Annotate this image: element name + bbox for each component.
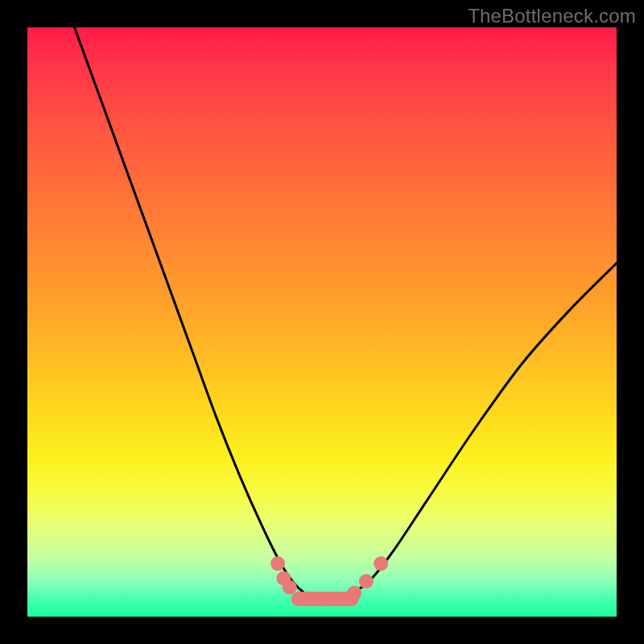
highlight-dot bbox=[303, 592, 317, 606]
chart-plot-area bbox=[27, 27, 617, 617]
highlight-dot bbox=[374, 556, 388, 571]
highlight-dot bbox=[270, 556, 285, 571]
highlight-dot bbox=[283, 580, 297, 594]
watermark-text: TheBottleneck.com bbox=[468, 5, 636, 27]
highlight-dot bbox=[347, 586, 361, 601]
chart-frame: TheBottleneck.com bbox=[0, 0, 644, 644]
bottleneck-curve-line bbox=[75, 27, 617, 600]
chart-svg bbox=[27, 27, 617, 617]
highlight-dot bbox=[327, 592, 341, 606]
highlight-dots-group bbox=[270, 556, 388, 606]
highlight-dot bbox=[359, 574, 374, 588]
